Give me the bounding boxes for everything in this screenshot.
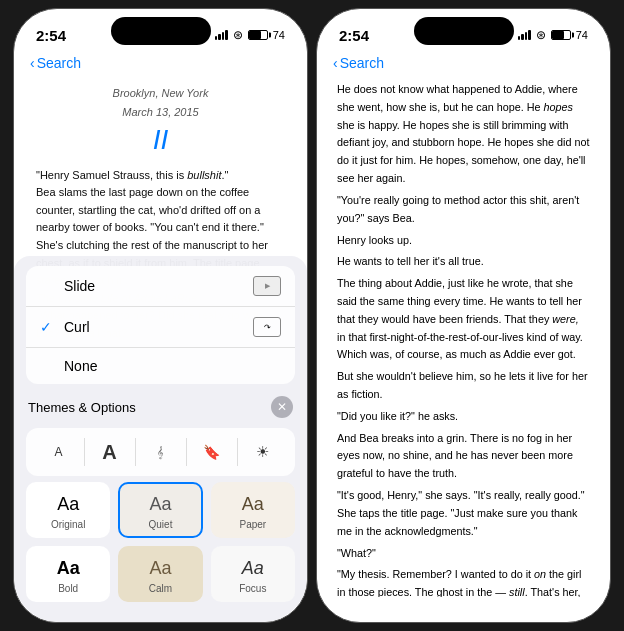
nav-bar-right: ‹ Search — [317, 53, 610, 77]
none-label: None — [64, 358, 97, 374]
font-icon: 𝄞 — [157, 446, 164, 459]
large-text-button[interactable]: A — [94, 436, 126, 468]
theme-focus-label: Focus — [239, 583, 266, 594]
book-date: March 13, 2015 — [36, 104, 285, 121]
status-bar-right: 2:54 ⊛ 74 — [317, 9, 610, 53]
theme-calm-aa: Aa — [149, 558, 171, 579]
themes-label: Themes & Options — [28, 400, 136, 415]
font-button[interactable]: 𝄞 — [145, 436, 177, 468]
book-title-area: Brooklyn, New York March 13, 2015 II — [36, 85, 285, 157]
status-icons-left: ⊛ 74 — [215, 28, 285, 42]
divider-3 — [186, 438, 187, 466]
panel-overlay: Slide ▶ ✓ Curl ↷ — [14, 256, 307, 622]
back-label-left: Search — [37, 55, 81, 71]
theme-bold[interactable]: Aa Bold — [26, 546, 110, 602]
theme-focus-aa: Aa — [242, 558, 264, 579]
signal-icon-right — [518, 30, 531, 40]
theme-quiet-label: Quiet — [149, 519, 173, 530]
divider-1 — [84, 438, 85, 466]
wifi-icon-right: ⊛ — [536, 28, 546, 42]
small-text-button[interactable]: A — [43, 436, 75, 468]
theme-original-aa: Aa — [57, 494, 79, 515]
left-phone: 2:54 ⊛ 74 ‹ Search Brook — [13, 8, 308, 623]
chevron-left-icon-right: ‹ — [333, 55, 338, 71]
curl-label: Curl — [64, 319, 90, 335]
time-left: 2:54 — [36, 27, 66, 44]
close-button[interactable]: ✕ — [271, 396, 293, 418]
brightness-icon: ☀ — [256, 443, 269, 461]
battery-icon — [248, 30, 268, 40]
curl-check: ✓ — [40, 319, 56, 335]
signal-icon — [215, 30, 228, 40]
right-text: He does not know what happened to Addie,… — [337, 81, 590, 597]
theme-focus[interactable]: Aa Focus — [211, 546, 295, 602]
slide-option-none[interactable]: None — [26, 348, 295, 384]
theme-paper-aa: Aa — [242, 494, 264, 515]
time-right: 2:54 — [339, 27, 369, 44]
right-phone: 2:54 ⊛ 74 ‹ Search He do — [316, 8, 611, 623]
status-icons-right: ⊛ 74 — [518, 28, 588, 42]
divider-4 — [237, 438, 238, 466]
theme-original[interactable]: Aa Original — [26, 482, 110, 538]
themes-header: Themes & Options ✕ — [14, 390, 307, 424]
brightness-button[interactable]: ☀ — [247, 436, 279, 468]
text-controls: A A 𝄞 🔖 ☀ — [26, 428, 295, 476]
back-label-right: Search — [340, 55, 384, 71]
theme-grid: Aa Original Aa Quiet Aa Paper Aa Bold Aa — [26, 482, 295, 602]
bookmark-icon: 🔖 — [203, 444, 220, 460]
theme-paper[interactable]: Aa Paper — [211, 482, 295, 538]
bookmark-button[interactable]: 🔖 — [196, 436, 228, 468]
back-button-left[interactable]: ‹ Search — [30, 55, 81, 71]
theme-quiet[interactable]: Aa Quiet — [118, 482, 202, 538]
theme-bold-label: Bold — [58, 583, 78, 594]
slide-menu: Slide ▶ ✓ Curl ↷ — [26, 266, 295, 384]
slide-icon: ▶ — [253, 276, 281, 296]
theme-quiet-aa: Aa — [149, 494, 171, 515]
theme-calm[interactable]: Aa Calm — [118, 546, 202, 602]
book-location: Brooklyn, New York — [36, 85, 285, 102]
theme-paper-label: Paper — [239, 519, 266, 530]
theme-calm-label: Calm — [149, 583, 172, 594]
curl-icon: ↷ — [253, 317, 281, 337]
chevron-left-icon: ‹ — [30, 55, 35, 71]
theme-bold-aa: Aa — [57, 558, 80, 579]
slide-option-slide[interactable]: Slide ▶ — [26, 266, 295, 307]
wifi-icon: ⊛ — [233, 28, 243, 42]
battery-icon-right — [551, 30, 571, 40]
theme-original-label: Original — [51, 519, 85, 530]
battery-pct-right: 74 — [576, 29, 588, 41]
nav-bar-left: ‹ Search — [14, 53, 307, 77]
status-bar-left: 2:54 ⊛ 74 — [14, 9, 307, 53]
battery-pct: 74 — [273, 29, 285, 41]
slide-option-curl[interactable]: ✓ Curl ↷ — [26, 307, 295, 348]
book-chapter: II — [36, 123, 285, 157]
book-content-right: He does not know what happened to Addie,… — [317, 77, 610, 597]
back-button-right[interactable]: ‹ Search — [333, 55, 384, 71]
slide-label: Slide — [64, 278, 95, 294]
divider-2 — [135, 438, 136, 466]
